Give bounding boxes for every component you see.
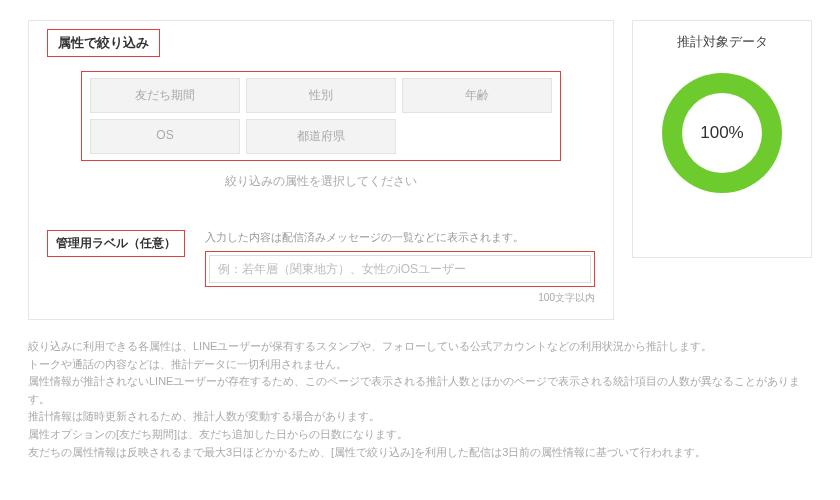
char-limit-text: 100文字以内 <box>205 291 595 305</box>
attr-btn-prefecture[interactable]: 都道府県 <box>246 119 396 154</box>
label-row: 管理用ラベル（任意） 入力した内容は配信済みメッセージの一覧などに表示されます。… <box>47 230 595 305</box>
label-section-title: 管理用ラベル（任意） <box>47 230 185 257</box>
estimate-panel: 推計対象データ 100% <box>632 20 812 258</box>
label-input[interactable] <box>209 255 591 283</box>
attr-btn-friend-period[interactable]: 友だち期間 <box>90 78 240 113</box>
section-title-filter: 属性で絞り込み <box>47 29 160 57</box>
section-title-filter-text: 属性で絞り込み <box>58 35 149 50</box>
attribute-grid-highlight: 友だち期間 性別 年齢 OS 都道府県 <box>81 71 561 161</box>
note-line: トークや通話の内容などは、推計データに一切利用されません。 <box>28 356 812 374</box>
footer-notes: 絞り込みに利用できる各属性は、LINEユーザーが保有するスタンプや、フォローして… <box>28 338 812 461</box>
note-line: 属性情報が推計されないLINEユーザーが存在するため、このページで表示される推計… <box>28 373 812 408</box>
attr-label: 年齢 <box>465 88 489 102</box>
attribute-grid: 友だち期間 性別 年齢 OS 都道府県 <box>90 78 552 154</box>
attr-btn-age[interactable]: 年齢 <box>402 78 552 113</box>
label-section-title-text: 管理用ラベル（任意） <box>56 236 176 250</box>
note-line: 推計情報は随時更新されるため、推計人数が変動する場合があります。 <box>28 408 812 426</box>
note-line: 属性オプションの[友だち期間]は、友だち追加した日からの日数になります。 <box>28 426 812 444</box>
label-input-highlight <box>205 251 595 287</box>
main-panel: 属性で絞り込み 友だち期間 性別 年齢 OS 都道府県 絞り込みの属性を選択して… <box>28 20 614 320</box>
attr-btn-gender[interactable]: 性別 <box>246 78 396 113</box>
attr-btn-os[interactable]: OS <box>90 119 240 154</box>
estimate-title: 推計対象データ <box>641 33 803 51</box>
attr-label: OS <box>156 128 173 142</box>
attr-label: 性別 <box>309 88 333 102</box>
attribute-help-text: 絞り込みの属性を選択してください <box>47 173 595 190</box>
attr-label: 友だち期間 <box>135 88 195 102</box>
note-line: 絞り込みに利用できる各属性は、LINEユーザーが保有するスタンプや、フォローして… <box>28 338 812 356</box>
donut-chart: 100% <box>662 73 782 193</box>
attr-label: 都道府県 <box>297 129 345 143</box>
note-line: 友だちの属性情報は反映されるまで最大3日ほどかかるため、[属性で絞り込み]を利用… <box>28 444 812 462</box>
label-description: 入力した内容は配信済みメッセージの一覧などに表示されます。 <box>205 230 595 245</box>
donut-chart-wrap: 100% <box>641 73 803 193</box>
donut-center-label: 100% <box>682 93 762 173</box>
